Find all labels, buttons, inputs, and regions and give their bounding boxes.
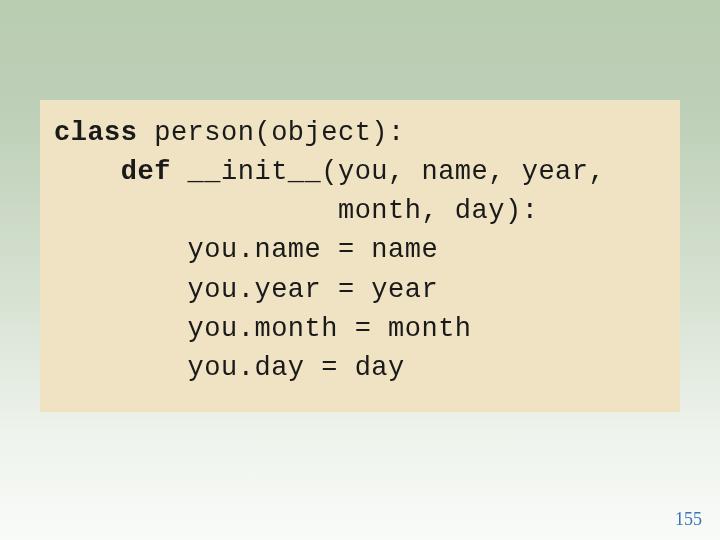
slide: class person(object): def __init__(you, …	[0, 0, 720, 540]
keyword-class: class	[54, 118, 138, 148]
code-line-6: you.month = month	[54, 314, 472, 344]
code-line-3: month, day):	[54, 196, 538, 226]
code-line-7: you.day = day	[54, 353, 405, 383]
code-line-2-rest: __init__(you, name, year,	[171, 157, 605, 187]
code-line-5: you.year = year	[54, 275, 438, 305]
code-line-2-indent	[54, 157, 121, 187]
code-line-4: you.name = name	[54, 235, 438, 265]
code-line-1-rest: person(object):	[138, 118, 405, 148]
keyword-def: def	[121, 157, 171, 187]
code-block: class person(object): def __init__(you, …	[40, 100, 680, 412]
page-number: 155	[675, 509, 702, 530]
